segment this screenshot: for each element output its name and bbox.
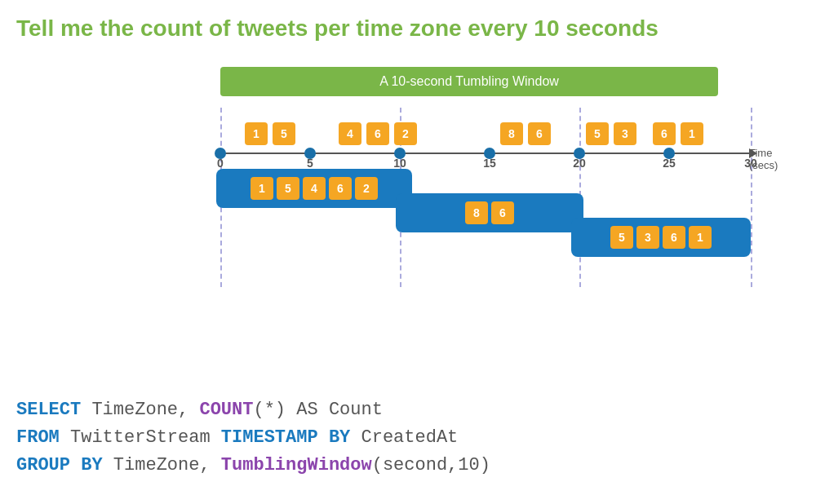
- diagram-area: A 10-second Tumbling Window 0 5 10 15 20…: [0, 59, 816, 320]
- sql-select: SELECT: [16, 400, 81, 420]
- sql-line-3: GROUP BY TimeZone, TumblingWindow(second…: [16, 452, 490, 480]
- dot-20: [574, 148, 585, 159]
- sql-tumbling: TumblingWindow: [221, 455, 372, 475]
- sql-line-2: FROM TwitterStream TIMESTAMP BY CreatedA…: [16, 424, 490, 452]
- sql-timezone2: TimeZone,: [103, 455, 221, 475]
- badge-above-5a: 5: [273, 122, 295, 145]
- time-axis-label: Time(secs): [749, 147, 778, 172]
- sql-count: COUNT: [199, 400, 253, 420]
- page-title: Tell me the count of tweets per time zon…: [0, 0, 816, 51]
- window-bar-1: 1 5 4 6 2: [216, 169, 412, 208]
- sql-timestamp: TIMESTAMP: [221, 427, 318, 448]
- win3-badge-3: 3: [636, 226, 659, 249]
- sql-by2: BY: [70, 455, 103, 475]
- vline-30: [751, 108, 752, 287]
- dot-10: [394, 148, 406, 159]
- badge-above-3: 3: [614, 122, 636, 145]
- sql-tumbling-args: (second,10): [372, 455, 490, 475]
- sql-createdat: CreatedAt: [350, 427, 458, 448]
- sql-from: FROM: [16, 427, 60, 448]
- win1-badge-5: 5: [277, 177, 299, 200]
- window-bar-3: 5 3 6 1: [571, 218, 751, 257]
- sql-twitterstream: TwitterStream: [60, 427, 221, 448]
- win2-badge-8: 8: [465, 201, 488, 224]
- sql-timezone-label: TimeZone,: [81, 400, 199, 420]
- sql-by1: BY: [318, 427, 351, 448]
- dot-15: [484, 148, 495, 159]
- badge-above-2: 2: [394, 122, 417, 145]
- sql-block: SELECT TimeZone, COUNT(*) AS Count FROM …: [16, 396, 490, 480]
- win1-badge-1: 1: [251, 177, 273, 200]
- sql-line-1: SELECT TimeZone, COUNT(*) AS Count: [16, 396, 490, 424]
- win1-badge-4: 4: [303, 177, 326, 200]
- dot-25: [663, 148, 675, 159]
- window-bar-2: 8 6: [396, 193, 583, 232]
- dot-0: [215, 148, 226, 159]
- badge-above-5b: 5: [586, 122, 609, 145]
- win2-badge-6: 6: [491, 201, 514, 224]
- win3-badge-1: 1: [689, 226, 712, 249]
- badge-above-6b: 6: [528, 122, 551, 145]
- win1-badge-6: 6: [329, 177, 352, 200]
- badge-above-4: 4: [339, 122, 361, 145]
- badge-above-6a: 6: [366, 122, 389, 145]
- sql-group: GROUP: [16, 455, 70, 475]
- badge-above-6c: 6: [653, 122, 676, 145]
- badge-above-1b: 1: [681, 122, 703, 145]
- badge-above-8: 8: [500, 122, 523, 145]
- win3-badge-5: 5: [610, 226, 633, 249]
- window-label: A 10-second Tumbling Window: [220, 67, 718, 96]
- win1-badge-2: 2: [355, 177, 378, 200]
- badge-above-1: 1: [245, 122, 268, 145]
- sql-count-rest: (*) AS Count: [253, 400, 382, 420]
- win3-badge-6: 6: [663, 226, 685, 249]
- dot-5: [304, 148, 316, 159]
